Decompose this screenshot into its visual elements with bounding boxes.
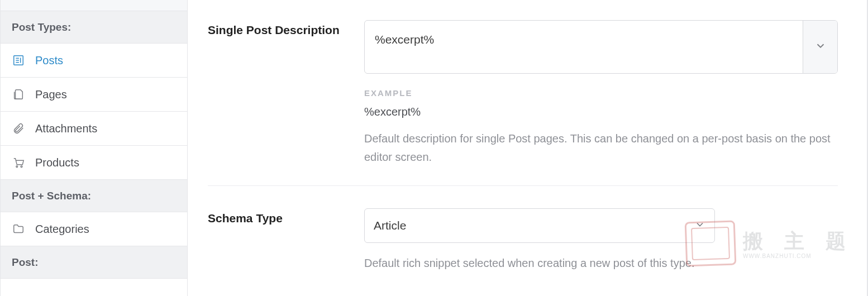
sidebar-item-label: Attachments xyxy=(35,122,97,135)
sidebar-top-gap xyxy=(1,0,187,11)
field-label: Schema Type xyxy=(208,208,364,225)
sidebar-section-post-schema: Post + Schema: xyxy=(1,180,187,212)
sidebar-item-pages[interactable]: Pages xyxy=(1,78,187,112)
sidebar: Post Types: Posts Pages Attachments Prod… xyxy=(0,0,188,296)
input-value: %excerpt% xyxy=(365,21,803,73)
sidebar-item-categories[interactable]: Categories xyxy=(1,212,187,246)
sidebar-item-label: Pages xyxy=(35,88,67,101)
chevron-down-icon xyxy=(814,40,827,55)
sidebar-item-posts[interactable]: Posts xyxy=(1,44,187,78)
chevron-down-icon xyxy=(694,219,705,233)
sidebar-item-label: Products xyxy=(35,156,79,169)
example-value: %excerpt% xyxy=(364,106,838,118)
attachments-icon xyxy=(12,122,25,135)
sidebar-item-attachments[interactable]: Attachments xyxy=(1,112,187,146)
help-text: Default rich snippet selected when creat… xyxy=(364,254,838,273)
folder-icon xyxy=(12,222,25,236)
pages-icon xyxy=(12,88,25,101)
help-text: Default description for single Post page… xyxy=(364,130,838,166)
select-value: Article xyxy=(374,219,694,232)
single-post-description-input[interactable]: %excerpt% xyxy=(364,20,838,74)
svg-point-5 xyxy=(16,166,18,168)
main-content: Single Post Description %excerpt% EXAMPL… xyxy=(188,0,868,296)
sidebar-section-post-types: Post Types: xyxy=(1,11,187,44)
field-single-post-description: Single Post Description %excerpt% EXAMPL… xyxy=(208,20,838,166)
sidebar-item-products[interactable]: Products xyxy=(1,146,187,180)
example-label: EXAMPLE xyxy=(364,88,838,98)
posts-icon xyxy=(12,54,25,67)
field-divider xyxy=(208,185,838,186)
schema-type-select[interactable]: Article xyxy=(364,208,715,243)
field-label: Single Post Description xyxy=(208,20,364,37)
sidebar-item-label: Categories xyxy=(35,223,89,236)
sidebar-section-post: Post: xyxy=(1,246,187,279)
field-schema-type: Schema Type Article Default rich snippet… xyxy=(208,208,838,273)
sidebar-item-label: Posts xyxy=(35,54,63,67)
products-icon xyxy=(12,156,25,169)
variables-dropdown-button[interactable] xyxy=(803,21,837,73)
svg-point-6 xyxy=(21,166,22,168)
